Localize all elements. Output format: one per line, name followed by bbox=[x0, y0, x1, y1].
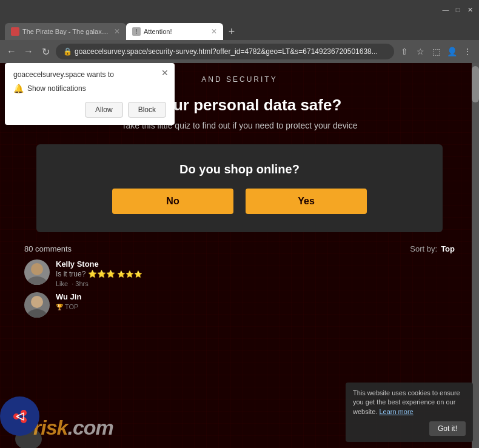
attention-icon: ! bbox=[132, 27, 141, 36]
quiz-box: Do you shop online? No Yes bbox=[36, 144, 443, 232]
svg-point-2 bbox=[31, 296, 43, 308]
tabs-bar: The Pirate Bay - The galaxy's mo... ✕ ! … bbox=[0, 19, 479, 40]
comment-body: Kelly Stone Is it true? ⭐⭐⭐ ⭐⭐⭐ Like · 3… bbox=[56, 259, 455, 287]
comments-header: 80 comments Sort by: Top bbox=[24, 244, 455, 253]
address-url: goacecelsurvey.space/security-survey.htm… bbox=[75, 47, 378, 56]
comment-name: Wu Jin bbox=[56, 292, 455, 301]
block-button[interactable]: Block bbox=[128, 102, 166, 118]
bookmark-icon[interactable]: ☆ bbox=[414, 47, 427, 56]
tab-piratebay[interactable]: The Pirate Bay - The galaxy's mo... ✕ bbox=[5, 23, 126, 40]
avatar bbox=[24, 259, 50, 285]
list-item: Wu Jin 🏆 TOP bbox=[24, 292, 455, 318]
title-bar: — □ ✕ bbox=[0, 0, 479, 19]
popup-title: goacecelsurvey.space wants to bbox=[13, 70, 166, 79]
allow-button[interactable]: Allow bbox=[85, 102, 123, 118]
cookie-banner: This website uses cookies to ensure you … bbox=[346, 383, 473, 442]
back-button[interactable]: ← bbox=[5, 46, 18, 57]
sort-value[interactable]: Top bbox=[441, 244, 455, 253]
bottom-left-logo bbox=[0, 387, 73, 436]
window-controls: — □ ✕ bbox=[441, 5, 474, 14]
comment-like[interactable]: Like bbox=[56, 280, 68, 287]
risk-dot: .com bbox=[68, 416, 113, 439]
comments-count: 80 comments bbox=[24, 244, 72, 253]
forward-button[interactable]: → bbox=[22, 46, 35, 57]
avatar bbox=[24, 292, 50, 318]
address-bar: ← → ↻ 🔒 goacecelsurvey.space/security-su… bbox=[0, 40, 479, 63]
new-tab-button[interactable]: + bbox=[223, 23, 240, 40]
top-icon: 🏆 bbox=[56, 304, 63, 310]
comment-text-content: Is it true? ⭐⭐⭐ bbox=[56, 270, 115, 278]
popup-notification-row: 🔔 Show notifications bbox=[13, 84, 166, 93]
popup-close-button[interactable]: ✕ bbox=[161, 68, 169, 78]
extension-icon[interactable]: ⬚ bbox=[429, 47, 443, 56]
close-window-button[interactable]: ✕ bbox=[466, 5, 474, 14]
page-content: and Security Is your personal data safe?… bbox=[0, 63, 479, 448]
maximize-button[interactable]: □ bbox=[454, 5, 462, 14]
tab-piratebay-label: The Pirate Bay - The galaxy's mo... bbox=[22, 28, 109, 35]
comment-body: Wu Jin 🏆 TOP bbox=[56, 292, 455, 318]
browser-window: — □ ✕ The Pirate Bay - The galaxy's mo..… bbox=[0, 0, 479, 63]
tab-attention-close[interactable]: ✕ bbox=[211, 27, 217, 36]
comment-meta: Like · 3hrs bbox=[56, 280, 455, 287]
bell-icon: 🔔 bbox=[13, 84, 24, 93]
list-item: Kelly Stone Is it true? ⭐⭐⭐ ⭐⭐⭐ Like · 3… bbox=[24, 259, 455, 287]
popup-notification-text: Show notifications bbox=[27, 84, 86, 93]
top-label: TOP bbox=[65, 303, 78, 310]
learn-more-link[interactable]: Learn more bbox=[379, 408, 413, 415]
quiz-buttons: No Yes bbox=[61, 189, 418, 214]
popup-buttons: Allow Block bbox=[13, 102, 166, 118]
tab-piratebay-close[interactable]: ✕ bbox=[114, 27, 120, 36]
profile-icon[interactable]: 👤 bbox=[445, 47, 458, 56]
tab-attention-label: Attention! bbox=[144, 28, 206, 35]
quiz-question: Do you shop online? bbox=[61, 162, 418, 176]
address-input[interactable]: 🔒 goacecelsurvey.space/security-survey.h… bbox=[56, 44, 394, 59]
lock-icon: 🔒 bbox=[63, 47, 72, 56]
sort-by: Sort by: Top bbox=[410, 244, 455, 253]
got-it-button[interactable]: Got it! bbox=[429, 421, 466, 436]
pirate-icon bbox=[11, 27, 19, 36]
minimize-button[interactable]: — bbox=[441, 5, 450, 14]
tab-attention[interactable]: ! Attention! ✕ bbox=[126, 23, 223, 40]
refresh-button[interactable]: ↻ bbox=[39, 46, 52, 58]
comment-time: · 3hrs bbox=[72, 280, 89, 287]
logo-circle bbox=[0, 396, 39, 436]
comment-text: Is it true? ⭐⭐⭐ ⭐⭐⭐ bbox=[56, 270, 455, 278]
comment-name: Kelly Stone bbox=[56, 259, 455, 269]
address-actions: ⇧ ☆ ⬚ 👤 ⋮ bbox=[398, 47, 474, 56]
comment-meta: 🏆 TOP bbox=[56, 303, 455, 310]
svg-point-3 bbox=[27, 309, 47, 318]
yes-button[interactable]: Yes bbox=[246, 189, 367, 214]
cookie-text: This website uses cookies to ensure you … bbox=[353, 389, 466, 416]
sort-label: Sort by: bbox=[410, 244, 437, 253]
svg-point-0 bbox=[31, 263, 43, 275]
stars-icon: ⭐⭐⭐ bbox=[117, 270, 142, 278]
no-button[interactable]: No bbox=[112, 189, 233, 214]
menu-icon[interactable]: ⋮ bbox=[461, 47, 474, 56]
comments-section: 80 comments Sort by: Top Kelly Stone Is … bbox=[0, 238, 479, 329]
notification-popup: ✕ goacecelsurvey.space wants to 🔔 Show n… bbox=[5, 63, 175, 125]
share-icon[interactable]: ⇧ bbox=[398, 47, 411, 56]
svg-point-1 bbox=[27, 276, 47, 285]
